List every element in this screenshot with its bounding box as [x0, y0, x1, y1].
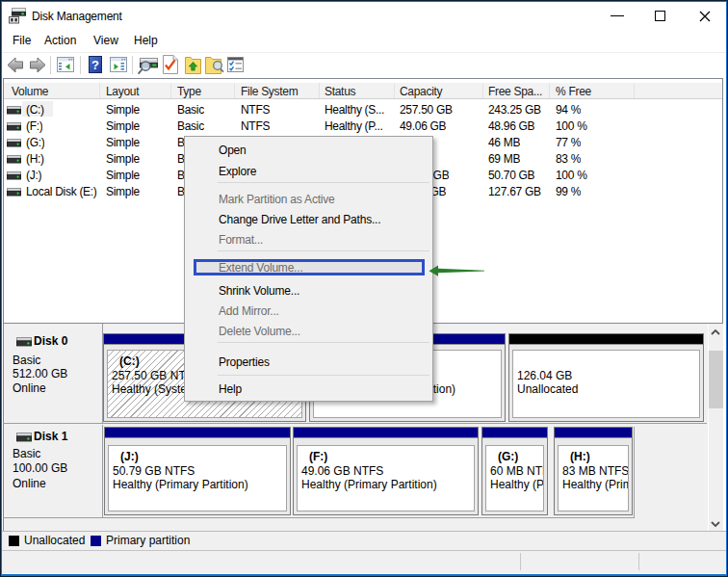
svg-text:?: ?: [91, 58, 99, 72]
